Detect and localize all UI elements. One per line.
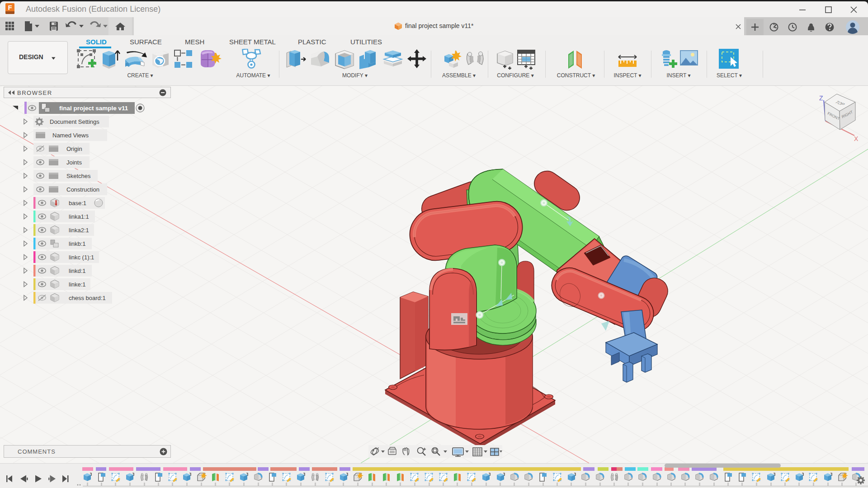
svg-text:Construction: Construction: [66, 186, 99, 193]
svg-text:Document Settings: Document Settings: [50, 118, 99, 125]
svg-text:F: F: [8, 4, 12, 11]
svg-text:Origin: Origin: [66, 145, 82, 152]
svg-text:Named Views: Named Views: [52, 132, 89, 139]
svg-text:linka1:1: linka1:1: [69, 213, 89, 220]
svg-text:base:1: base:1: [69, 200, 86, 206]
svg-text:linkd:1: linkd:1: [69, 267, 86, 274]
svg-text:linkc (1):1: linkc (1):1: [69, 254, 94, 261]
svg-text:linka2:1: linka2:1: [69, 227, 89, 234]
svg-text:Joints: Joints: [66, 159, 82, 166]
svg-text:X: X: [854, 135, 859, 142]
svg-text:linkb:1: linkb:1: [69, 240, 86, 247]
svg-text:chess board:1: chess board:1: [69, 295, 106, 301]
svg-text:linke:1: linke:1: [69, 281, 86, 288]
svg-text:Sketches: Sketches: [66, 173, 91, 179]
svg-text:Z: Z: [819, 94, 823, 102]
